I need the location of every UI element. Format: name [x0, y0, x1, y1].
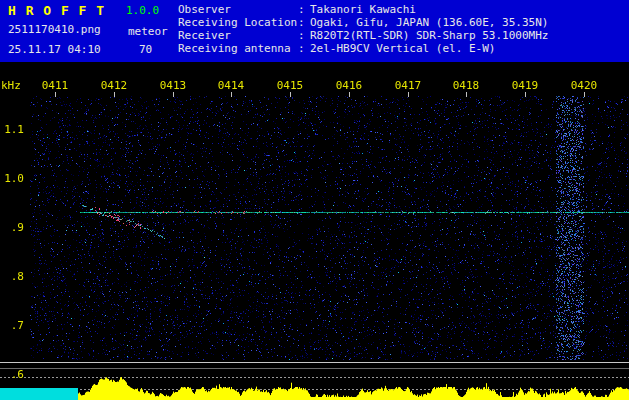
info-value: R820T2(RTL-SDR) SDR-Sharp 53.1000MHz: [310, 29, 548, 42]
station-info-panel: Observer : Takanori Kawachi Receiving Lo…: [178, 3, 628, 55]
freq-tick-label: 1.0: [0, 172, 24, 185]
record-datetime: 25.11.17 04:10: [8, 43, 101, 56]
header-panel: H R O F F T 1.0.0 2511170410.png meteor …: [0, 0, 629, 62]
freq-tick-label: 1.1: [0, 123, 24, 136]
info-value: 2el-HB9CV Vertical (el. E-W): [310, 42, 495, 55]
info-row-observer: Observer : Takanori Kawachi: [178, 3, 628, 16]
info-colon: :: [298, 42, 310, 55]
freq-tick-label: .9: [0, 221, 24, 234]
info-colon: :: [298, 16, 310, 29]
info-colon: :: [298, 3, 310, 16]
time-tick-label: 0418: [450, 79, 482, 92]
output-filename: 2511170410.png: [8, 23, 101, 36]
time-tick-label: 0419: [509, 79, 541, 92]
time-tick-label: 0420: [568, 79, 600, 92]
time-tick-label: 0412: [98, 79, 130, 92]
time-tick-label: 0411: [39, 79, 71, 92]
info-label: Receiving Location: [178, 16, 298, 29]
time-tick-label: 0414: [215, 79, 247, 92]
app-title: H R O F F T: [8, 3, 105, 18]
time-tick-label: 0416: [333, 79, 365, 92]
info-row-antenna: Receiving antenna : 2el-HB9CV Vertical (…: [178, 42, 628, 55]
info-label: Receiving antenna: [178, 42, 298, 55]
info-colon: :: [298, 29, 310, 42]
freq-tick-label: .8: [0, 270, 24, 283]
time-tick-label: 0417: [392, 79, 424, 92]
hrofft-window: H R O F F T 1.0.0 2511170410.png meteor …: [0, 0, 629, 400]
info-label: Receiver: [178, 29, 298, 42]
info-label: Observer: [178, 3, 298, 16]
time-tick-label: 0413: [157, 79, 189, 92]
spectrogram-canvas: [0, 62, 629, 400]
info-row-location: Receiving Location : Ogaki, Gifu, JAPAN …: [178, 16, 628, 29]
freq-tick-label: .6: [0, 368, 24, 381]
info-row-receiver: Receiver : R820T2(RTL-SDR) SDR-Sharp 53.…: [178, 29, 628, 42]
mode-label: meteor: [128, 25, 168, 38]
info-value: Ogaki, Gifu, JAPAN (136.60E, 35.35N): [310, 16, 548, 29]
freq-axis-unit: kHz: [1, 79, 27, 92]
app-version: 1.0.0: [126, 4, 159, 17]
info-value: Takanori Kawachi: [310, 3, 416, 16]
echo-count: 70: [139, 43, 152, 56]
time-tick-label: 0415: [274, 79, 306, 92]
freq-tick-label: .7: [0, 319, 24, 332]
